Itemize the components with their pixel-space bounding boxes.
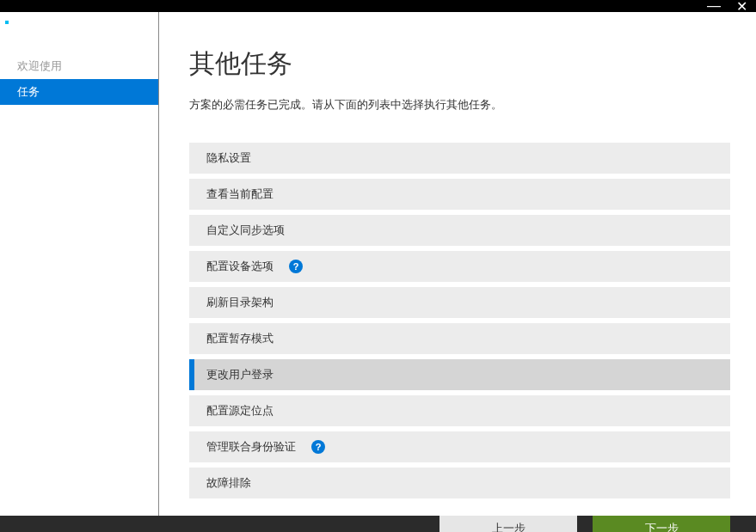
titlebar-accent xyxy=(5,21,9,24)
sidebar-item-label: 任务 xyxy=(17,85,40,98)
sidebar-item-label: 欢迎使用 xyxy=(17,59,62,72)
task-refresh-directory-schema[interactable]: 刷新目录架构 xyxy=(189,287,730,318)
titlebar-controls: — ✕ xyxy=(708,0,747,12)
task-view-current-config[interactable]: 查看当前配置 xyxy=(189,179,730,210)
task-label: 查看当前配置 xyxy=(206,187,274,202)
page-description: 方案的必需任务已完成。请从下面的列表中选择执行其他任务。 xyxy=(189,97,730,113)
sidebar: 欢迎使用 任务 xyxy=(0,12,159,516)
task-change-user-signin[interactable]: 更改用户登录 xyxy=(189,359,730,390)
sidebar-item-tasks[interactable]: 任务 xyxy=(0,79,158,105)
task-label: 刷新目录架构 xyxy=(206,295,274,310)
previous-button[interactable]: 上一步 xyxy=(439,516,577,532)
task-troubleshoot[interactable]: 故障排除 xyxy=(189,468,730,498)
task-label: 自定义同步选项 xyxy=(206,223,285,238)
task-label: 更改用户登录 xyxy=(206,367,274,382)
close-button[interactable]: ✕ xyxy=(735,0,747,12)
task-list: 隐私设置 查看当前配置 自定义同步选项 配置设备选项 ? 刷新目录架构 配置暂存… xyxy=(189,143,730,498)
task-privacy-settings[interactable]: 隐私设置 xyxy=(189,143,730,174)
task-label: 配置源定位点 xyxy=(206,403,274,419)
next-button[interactable]: 下一步 xyxy=(593,516,730,532)
task-label: 故障排除 xyxy=(206,475,251,491)
task-customize-sync-options[interactable]: 自定义同步选项 xyxy=(189,215,730,246)
task-manage-federation[interactable]: 管理联合身份验证 ? xyxy=(189,431,730,462)
main-panel: 其他任务 方案的必需任务已完成。请从下面的列表中选择执行其他任务。 隐私设置 查… xyxy=(159,12,756,516)
titlebar: — ✕ xyxy=(0,0,756,12)
sidebar-item-welcome[interactable]: 欢迎使用 xyxy=(0,53,158,79)
task-configure-source-anchor[interactable]: 配置源定位点 xyxy=(189,395,730,426)
footer: 上一步 下一步 xyxy=(0,516,756,532)
help-icon[interactable]: ? xyxy=(311,440,325,454)
minimize-button[interactable]: — xyxy=(708,0,720,12)
task-label: 配置设备选项 xyxy=(206,259,274,274)
task-label: 配置暂存模式 xyxy=(206,331,274,346)
help-icon[interactable]: ? xyxy=(289,260,303,273)
page-title: 其他任务 xyxy=(189,46,730,82)
window: — ✕ 欢迎使用 任务 其他任务 方案的必需任务已完成。请从下面的列表中选择执行… xyxy=(0,0,756,532)
task-configure-device-options[interactable]: 配置设备选项 ? xyxy=(189,251,730,282)
content-area: 欢迎使用 任务 其他任务 方案的必需任务已完成。请从下面的列表中选择执行其他任务… xyxy=(0,12,756,516)
task-configure-staging-mode[interactable]: 配置暂存模式 xyxy=(189,323,730,354)
task-label: 隐私设置 xyxy=(206,150,251,166)
task-label: 管理联合身份验证 xyxy=(206,439,296,455)
